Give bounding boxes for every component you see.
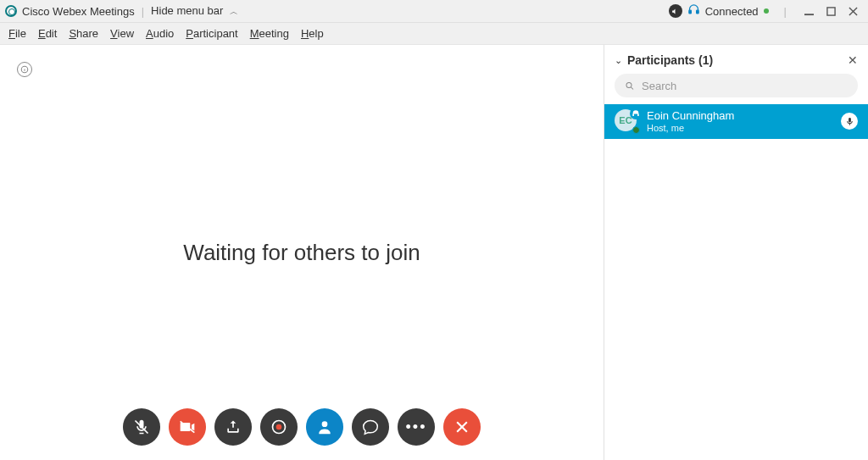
menu-help[interactable]: Help bbox=[301, 27, 324, 40]
waiting-message: Waiting for others to join bbox=[183, 240, 420, 266]
title-separator-2: | bbox=[784, 5, 787, 18]
window-maximize-button[interactable] bbox=[826, 6, 836, 16]
connection-label: Connected bbox=[705, 5, 759, 18]
record-button[interactable] bbox=[260, 408, 298, 446]
search-icon bbox=[625, 80, 635, 91]
chevron-down-icon[interactable]: ⌄ bbox=[615, 55, 622, 66]
mute-button[interactable] bbox=[123, 408, 160, 446]
chevron-up-icon: ︿ bbox=[230, 7, 238, 16]
app-name: Cisco Webex Meetings bbox=[22, 5, 135, 18]
svg-line-17 bbox=[632, 87, 634, 90]
svg-point-13 bbox=[322, 421, 328, 427]
video-button[interactable] bbox=[169, 408, 206, 446]
status-dot-icon bbox=[764, 8, 769, 14]
window-close-button[interactable] bbox=[848, 6, 858, 16]
svg-point-16 bbox=[626, 82, 632, 87]
participants-title: Participants (1) bbox=[627, 53, 848, 67]
menu-participant[interactable]: Participant bbox=[186, 27, 237, 40]
connection-status[interactable]: Connected bbox=[669, 3, 769, 19]
avatar: EC bbox=[615, 109, 638, 133]
svg-rect-1 bbox=[696, 10, 698, 14]
svg-point-12 bbox=[276, 424, 282, 430]
svg-rect-2 bbox=[804, 14, 814, 15]
titlebar: Cisco Webex Meetings | Hide menu bar ︿ C… bbox=[0, 0, 868, 23]
participant-mic-icon[interactable] bbox=[841, 113, 858, 130]
menu-file[interactable]: File bbox=[8, 27, 26, 40]
menu-audio[interactable]: Audio bbox=[146, 27, 174, 40]
search-input[interactable] bbox=[642, 80, 848, 92]
ellipsis-icon: ••• bbox=[406, 418, 427, 436]
participant-subtitle: Host, me bbox=[647, 123, 832, 134]
chat-button[interactable] bbox=[352, 408, 389, 446]
meeting-info-button[interactable] bbox=[17, 62, 32, 77]
meeting-controls: ••• bbox=[0, 394, 604, 460]
participant-name: Eoin Cunningham bbox=[647, 109, 832, 123]
participants-panel: ⌄ Participants (1) ✕ EC Eoin Cunningham … bbox=[604, 45, 868, 460]
menu-file-rest: ile bbox=[15, 27, 26, 40]
hide-menu-bar-button[interactable]: Hide menu bar ︿ bbox=[151, 4, 238, 18]
svg-rect-0 bbox=[689, 10, 692, 14]
participants-button[interactable] bbox=[306, 408, 343, 446]
headset-icon bbox=[630, 108, 642, 119]
participants-search[interactable] bbox=[615, 74, 858, 97]
window-minimize-button[interactable] bbox=[804, 6, 814, 16]
title-separator: | bbox=[142, 5, 144, 18]
audio-indicator-icon bbox=[669, 4, 682, 18]
menu-view[interactable]: View bbox=[110, 27, 134, 40]
more-options-button[interactable]: ••• bbox=[398, 408, 435, 446]
menu-edit[interactable]: Edit bbox=[38, 27, 57, 40]
menubar: File Edit Share View Audio Participant M… bbox=[0, 23, 868, 45]
meeting-stage: Waiting for others to join ••• bbox=[0, 45, 604, 460]
presence-dot-icon bbox=[632, 126, 640, 134]
webex-logo-icon bbox=[5, 5, 17, 17]
headset-icon bbox=[687, 3, 700, 19]
leave-meeting-button[interactable] bbox=[443, 408, 481, 446]
menu-meeting[interactable]: Meeting bbox=[250, 27, 289, 40]
close-panel-button[interactable]: ✕ bbox=[848, 53, 858, 67]
menu-share[interactable]: Share bbox=[69, 27, 98, 40]
share-button[interactable] bbox=[214, 408, 252, 446]
svg-rect-3 bbox=[826, 7, 834, 14]
participant-row[interactable]: EC Eoin Cunningham Host, me bbox=[604, 104, 868, 139]
hide-menu-bar-label: Hide menu bar bbox=[151, 4, 223, 17]
